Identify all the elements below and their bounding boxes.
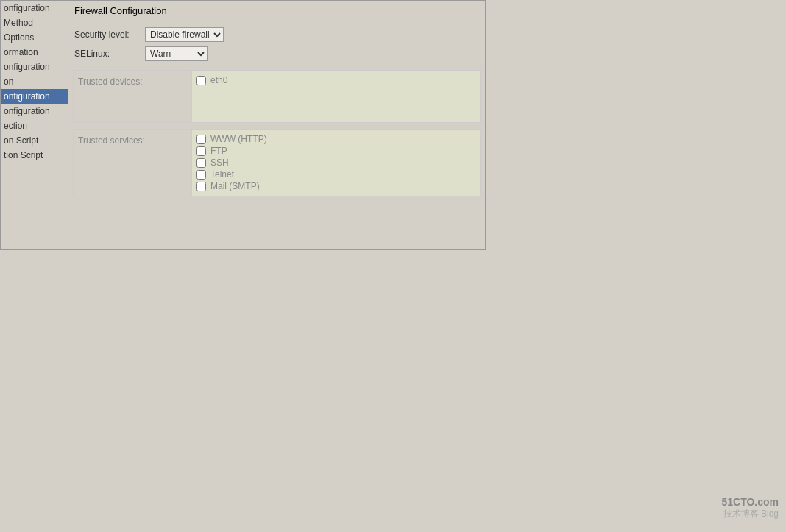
- sidebar-item-6[interactable]: onfiguration: [1, 89, 68, 104]
- watermark-bottom: 技术博客 Blog: [721, 508, 779, 520]
- sidebar-item-5[interactable]: on: [1, 74, 68, 89]
- sidebar-item-10[interactable]: tion Script: [1, 148, 68, 163]
- watermark-top: 51CTO.com: [721, 496, 779, 508]
- trusted-service-www-label: WWW (HTTP): [210, 134, 267, 144]
- sidebar: onfiguration Method Options ormation onf…: [1, 1, 68, 249]
- selinux-select[interactable]: Warn Disabled Enforcing Permissive: [145, 46, 208, 61]
- sidebar-item-9[interactable]: on Script: [1, 133, 68, 148]
- security-level-row: Security level: Disable firewall Enable …: [74, 27, 479, 42]
- trusted-services-section: Trusted services: WWW (HTTP) FTP SSH Tel…: [73, 129, 481, 196]
- sidebar-item-3[interactable]: ormation: [1, 45, 68, 60]
- watermark: 51CTO.com 技术博客 Blog: [721, 496, 779, 520]
- trusted-devices-section: Trusted devices: eth0: [73, 70, 481, 123]
- main-container: onfiguration Method Options ormation onf…: [0, 0, 486, 250]
- trusted-service-telnet-checkbox[interactable]: [196, 170, 206, 180]
- trusted-services-list: WWW (HTTP) FTP SSH Telnet Mail (SMTP): [191, 130, 480, 196]
- trusted-device-eth0-checkbox[interactable]: [196, 76, 206, 85]
- trusted-service-ssh: SSH: [196, 157, 475, 168]
- sidebar-item-2[interactable]: Options: [1, 30, 68, 45]
- trusted-service-www-checkbox[interactable]: [196, 135, 206, 144]
- sidebar-item-8[interactable]: ection: [1, 118, 68, 133]
- selinux-label: SELinux:: [74, 49, 141, 59]
- trusted-device-eth0-label: eth0: [210, 75, 227, 85]
- sidebar-item-1[interactable]: Method: [1, 15, 68, 30]
- trusted-service-ftp: FTP: [196, 146, 475, 156]
- trusted-service-ssh-checkbox[interactable]: [196, 158, 206, 168]
- content-area: Firewall Configuration Security level: D…: [68, 1, 485, 249]
- sidebar-item-7[interactable]: onfiguration: [1, 104, 68, 118]
- trusted-service-smtp-label: Mail (SMTP): [210, 181, 260, 191]
- security-level-label: Security level:: [74, 29, 141, 40]
- trusted-service-ssh-label: SSH: [210, 157, 229, 168]
- selinux-row: SELinux: Warn Disabled Enforcing Permiss…: [74, 46, 479, 61]
- trusted-service-ftp-label: FTP: [210, 146, 227, 156]
- trusted-services-label: Trusted services:: [74, 130, 191, 196]
- sidebar-item-4[interactable]: onfiguration: [1, 60, 68, 74]
- trusted-service-telnet-label: Telnet: [210, 169, 234, 180]
- sidebar-item-0[interactable]: onfiguration: [1, 1, 68, 15]
- trusted-device-eth0: eth0: [196, 75, 475, 85]
- trusted-service-telnet: Telnet: [196, 169, 475, 180]
- trusted-service-www: WWW (HTTP): [196, 134, 475, 144]
- trusted-service-smtp-checkbox[interactable]: [196, 182, 206, 191]
- form-area: Security level: Disable firewall Enable …: [68, 21, 485, 67]
- trusted-service-ftp-checkbox[interactable]: [196, 146, 206, 156]
- security-level-select[interactable]: Disable firewall Enable firewall Custom: [145, 27, 224, 42]
- trusted-devices-list: eth0: [191, 71, 480, 122]
- trusted-service-smtp: Mail (SMTP): [196, 181, 475, 191]
- panel-title: Firewall Configuration: [68, 1, 485, 21]
- trusted-devices-label: Trusted devices:: [74, 71, 191, 122]
